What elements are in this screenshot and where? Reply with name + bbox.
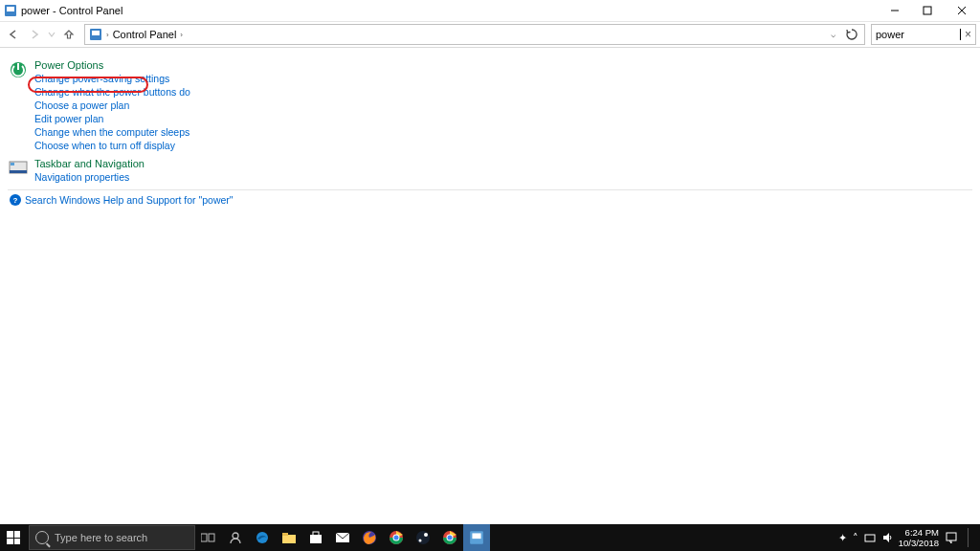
link-change-what-power-buttons-do[interactable]: Change what the power buttons do [34,85,190,99]
svg-rect-13 [201,534,207,541]
search-value: power [876,29,959,40]
svg-rect-11 [10,170,27,173]
search-input[interactable]: power × [871,24,976,45]
tray-time: 6:24 PM [899,527,939,538]
notifications-button[interactable] [945,531,958,544]
link-edit-power-plan[interactable]: Edit power plan [34,112,190,125]
power-options-category: Power Options Change power-saving settin… [8,59,972,152]
svg-point-29 [419,540,422,542]
svg-rect-9 [17,63,19,70]
taskbar-app-chrome[interactable] [383,524,410,551]
svg-point-28 [424,533,428,537]
taskbar-app-store[interactable] [302,524,329,551]
help-icon: ? [10,194,21,206]
taskbar-app-control-panel[interactable] [463,524,490,551]
svg-rect-37 [947,533,956,540]
svg-rect-1 [7,7,14,11]
taskbar-search-placeholder: Type here to search [55,532,147,543]
task-view-button[interactable] [195,524,222,551]
tray-volume-icon[interactable] [881,532,893,543]
svg-rect-35 [472,533,480,539]
power-options-icon [8,59,29,80]
control-panel-icon [4,4,17,17]
results-content: Power Options Change power-saving settin… [0,48,980,211]
address-dropdown-icon[interactable]: ⌵ [827,30,839,39]
svg-rect-3 [924,7,931,14]
nav-forward-button[interactable] [25,25,44,44]
help-search-link[interactable]: ? Search Windows Help and Support for "p… [10,194,972,206]
link-choose-when-turn-off-display[interactable]: Choose when to turn off display [34,139,190,152]
address-bar[interactable]: › Control Panel › ⌵ [84,24,865,45]
tray-overflow-icon[interactable]: ˄ [853,532,858,544]
taskbar-app-edge[interactable] [249,524,276,551]
link-choose-a-power-plan[interactable]: Choose a power plan [34,99,190,112]
navigation-bar: › Control Panel › ⌵ power × [0,22,980,48]
chevron-right-icon: › [106,31,109,39]
svg-point-26 [394,536,399,540]
cortana-search-icon [35,531,49,544]
windows-taskbar: Type here to search [0,524,980,551]
link-change-power-saving-settings[interactable]: Change power-saving settings [34,72,190,85]
taskbar-app-file-explorer[interactable] [276,524,302,551]
svg-rect-12 [11,163,14,165]
close-button[interactable] [944,0,980,21]
window-titlebar: power - Control Panel [0,0,980,22]
nav-up-button[interactable] [59,25,78,44]
svg-point-33 [448,536,453,540]
divider [8,189,972,190]
tray-date: 10/3/2018 [899,538,939,548]
svg-point-16 [256,532,268,543]
windows-logo-icon [7,531,20,544]
minimize-button[interactable] [879,0,911,21]
tray-app-icon[interactable]: ✦ [838,532,847,544]
window-title: power - Control Panel [21,5,879,16]
power-options-title[interactable]: Power Options [34,59,190,71]
svg-rect-17 [282,535,296,543]
taskbar-nav-title[interactable]: Taskbar and Navigation [34,158,145,169]
clear-search-icon[interactable]: × [961,28,971,41]
window-controls [879,0,980,21]
tray-network-icon[interactable] [864,532,876,543]
nav-back-button[interactable] [4,25,23,44]
system-tray: ✦ ˄ 6:24 PM 10/3/2018 [833,527,980,548]
refresh-button[interactable] [843,26,860,43]
svg-rect-7 [92,31,100,35]
taskbar-clock[interactable]: 6:24 PM 10/3/2018 [899,527,939,548]
svg-rect-18 [282,533,288,536]
link-change-when-computer-sleeps[interactable]: Change when the computer sleeps [34,125,190,139]
nav-recent-dropdown[interactable] [46,25,57,44]
start-button[interactable] [0,524,27,551]
taskbar-app-firefox[interactable] [356,524,383,551]
chevron-right-icon: › [180,31,183,39]
help-text: Search Windows Help and Support for "pow… [25,194,234,206]
taskbar-navigation-category: Taskbar and Navigation Navigation proper… [8,158,972,184]
taskbar-nav-icon [8,158,29,179]
taskbar-app-mail[interactable] [329,524,356,551]
svg-rect-36 [865,535,875,541]
svg-point-15 [233,533,238,539]
breadcrumb-control-panel[interactable]: Control Panel [113,29,177,40]
link-navigation-properties[interactable]: Navigation properties [34,170,145,184]
taskbar-pinned-apps [195,524,490,551]
svg-point-27 [416,531,430,544]
taskbar-app-chrome-2[interactable] [436,524,463,551]
control-panel-glyph-icon [89,28,102,41]
people-button[interactable] [222,524,249,551]
svg-rect-14 [209,534,214,541]
taskbar-search-input[interactable]: Type here to search [29,525,195,550]
maximize-button[interactable] [911,0,944,21]
show-desktop-button[interactable] [968,528,974,547]
taskbar-app-steam[interactable] [410,524,436,551]
